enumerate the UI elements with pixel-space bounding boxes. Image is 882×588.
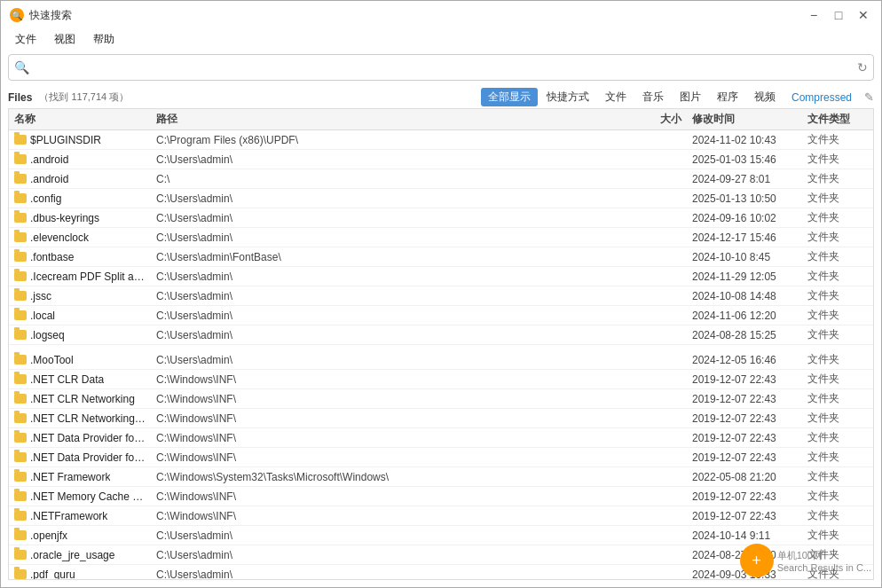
tab-compressed[interactable]: Compressed: [784, 90, 859, 106]
table-row[interactable]: .NETFrameworkC:\Windows\INF\2019-12-07 2…: [9, 506, 873, 526]
row-type-cell: 文件夹: [802, 189, 873, 208]
row-path-cell: C:\Users\admin\: [151, 308, 634, 324]
search-icon: 🔍: [14, 60, 29, 74]
minimize-button[interactable]: −: [803, 4, 824, 26]
row-name-text: .openjfx: [30, 529, 67, 542]
row-date-cell: 2024-08-28 15:25: [687, 327, 802, 343]
table-row[interactable]: .MooToolC:\Users\admin\2024-12-05 16:46文…: [9, 350, 873, 370]
search-bar: 🔍 ↻: [8, 54, 874, 81]
row-path-cell: C:\Users\admin\: [151, 327, 634, 343]
row-name-text: .NET Memory Cache 4.0: [30, 490, 146, 503]
tab-images[interactable]: 图片: [673, 88, 708, 106]
search-input[interactable]: [35, 61, 857, 74]
tab-shortcuts[interactable]: 快捷方式: [539, 88, 596, 106]
folder-icon: [14, 271, 27, 281]
table-row[interactable]: .NET Memory Cache 4.0C:\Windows\INF\2019…: [9, 487, 873, 506]
table-row[interactable]: .NET CLR DataC:\Windows\INF\2019-12-07 2…: [9, 370, 873, 389]
row-name-cell: .NET CLR Data: [9, 372, 151, 388]
tab-files[interactable]: 文件: [598, 88, 634, 106]
edit-icon[interactable]: ✎: [864, 90, 874, 104]
row-date-cell: 2024-10-10 8:45: [687, 249, 802, 265]
folder-icon: [14, 310, 27, 320]
row-path-cell: C:\Users\admin\: [151, 288, 634, 304]
close-button[interactable]: ✕: [853, 4, 874, 26]
row-name-cell: .openjfx: [9, 528, 151, 544]
folder-icon: [14, 472, 27, 482]
row-size-cell: [634, 475, 687, 479]
row-name-text: .Icecream PDF Split and ...: [30, 270, 146, 283]
row-date-cell: 2024-10-14 9:11: [687, 528, 802, 544]
folder-icon: [14, 232, 27, 242]
table-row[interactable]: .NET Data Provider for O...C:\Windows\IN…: [9, 428, 873, 448]
row-type-cell: 文件夹: [802, 448, 873, 466]
folder-icon: [14, 433, 27, 443]
row-path-cell: C:\Windows\System32\Tasks\Microsoft\Wind…: [151, 469, 634, 485]
table-row[interactable]: .NET FrameworkC:\Windows\System32\Tasks\…: [9, 467, 873, 487]
row-size-cell: [634, 197, 687, 200]
row-type-cell: 文件夹: [802, 286, 873, 305]
row-name-cell: .MooTool: [9, 352, 151, 368]
row-path-cell: C:\Users\admin\: [151, 352, 634, 368]
row-name-text: .config: [30, 192, 61, 205]
row-date-cell: 2019-12-07 22:43: [687, 372, 802, 388]
maximize-button[interactable]: □: [828, 4, 849, 26]
row-name-text: .NET Framework: [30, 471, 110, 483]
row-size-cell: [634, 495, 687, 498]
table-row[interactable]: .openjfxC:\Users\admin\2024-10-14 9:11文件…: [9, 526, 873, 545]
row-name-text: .android: [30, 173, 68, 185]
row-type-cell: 文件夹: [802, 150, 873, 169]
table-row[interactable]: .Icecream PDF Split and ...C:\Users\admi…: [9, 267, 873, 286]
row-type-cell: 文件夹: [802, 409, 873, 427]
table-row[interactable]: .elevenclockC:\Users\admin\2024-12-17 15…: [9, 228, 873, 247]
row-name-cell: .NET CLR Networking: [9, 391, 151, 407]
menu-help[interactable]: 帮助: [86, 30, 122, 49]
row-size-cell: [634, 255, 687, 259]
table-row[interactable]: .androidC:\2024-09-27 8:01文件夹: [9, 169, 873, 189]
row-name-cell: .logseq: [9, 327, 151, 343]
row-date-cell: 2025-01-13 10:50: [687, 191, 802, 207]
row-date-cell: 2024-09-16 10:02: [687, 210, 802, 226]
table-row[interactable]: .logseqC:\Users\admin\2024-08-28 15:25文件…: [9, 325, 873, 345]
row-name-cell: .NET Data Provider for S...: [9, 450, 151, 466]
row-path-cell: C:\Windows\INF\: [151, 489, 634, 505]
table-row[interactable]: $PLUGINSDIRC:\Program Files (x86)\UPDF\2…: [9, 130, 873, 150]
table-row[interactable]: .configC:\Users\admin\2025-01-13 10:50文件…: [9, 189, 873, 208]
tab-programs[interactable]: 程序: [710, 88, 745, 106]
row-date-cell: 2024-12-05 16:46: [687, 352, 802, 368]
row-name-text: .fontbase: [30, 251, 74, 263]
row-size-cell: [634, 456, 687, 459]
menu-bar: 文件 视图 帮助: [1, 27, 881, 51]
row-date-cell: 2019-12-07 22:43: [687, 489, 802, 505]
table-row[interactable]: .NET Data Provider for S...C:\Windows\IN…: [9, 448, 873, 467]
row-size-cell: [634, 138, 687, 142]
watermark-icon: +: [740, 544, 774, 577]
table-row[interactable]: .NET CLR Networking 4....C:\Windows\INF\…: [9, 409, 873, 428]
table-body[interactable]: $PLUGINSDIRC:\Program Files (x86)\UPDF\2…: [9, 130, 873, 579]
menu-view[interactable]: 视图: [47, 30, 83, 49]
table-row[interactable]: .jsscC:\Users\admin\2024-10-08 14:48文件夹: [9, 286, 873, 306]
row-type-cell: 文件夹: [802, 350, 873, 369]
history-icon[interactable]: ↻: [857, 60, 868, 74]
row-date-cell: 2024-10-08 14:48: [687, 288, 802, 304]
col-header-type: 文件类型: [802, 109, 873, 129]
table-row[interactable]: .dbus-keyringsC:\Users\admin\2024-09-16 …: [9, 208, 873, 228]
row-size-cell: [634, 158, 687, 161]
row-path-cell: C:\Users\admin\: [151, 230, 634, 246]
row-name-text: .NET Data Provider for S...: [30, 451, 146, 464]
row-path-cell: C:\Windows\INF\: [151, 430, 634, 446]
table-row[interactable]: .fontbaseC:\Users\admin\FontBase\2024-10…: [9, 247, 873, 267]
folder-icon: [14, 569, 27, 579]
folder-icon: [14, 135, 27, 145]
tab-music[interactable]: 音乐: [635, 88, 671, 106]
row-name-text: .logseq: [30, 329, 65, 341]
tab-all[interactable]: 全部显示: [481, 88, 538, 106]
table-row[interactable]: .localC:\Users\admin\2024-11-06 12:20文件夹: [9, 306, 873, 325]
table-row[interactable]: .androidC:\Users\admin\2025-01-03 15:46文…: [9, 150, 873, 169]
folder-icon: [14, 511, 27, 521]
tab-video[interactable]: 视频: [747, 88, 783, 106]
table-row[interactable]: .NET CLR NetworkingC:\Windows\INF\2019-1…: [9, 389, 873, 409]
row-type-cell: 文件夹: [802, 389, 873, 408]
row-name-text: .dbus-keyrings: [30, 212, 99, 224]
row-date-cell: 2019-12-07 22:43: [687, 450, 802, 466]
menu-file[interactable]: 文件: [8, 30, 43, 49]
